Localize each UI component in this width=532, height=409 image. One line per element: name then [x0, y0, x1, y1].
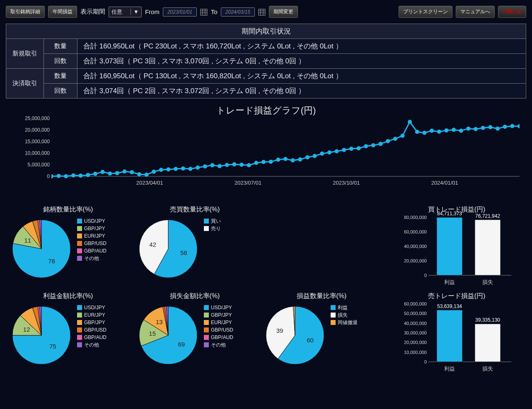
pie4-cell: 損失金額比率(%) 691513USD/JPYGBP/JPYEUR/JPYGBP… — [133, 290, 257, 374]
line-chart: 05,000,00010,000,00015,000,00020,000,000… — [10, 118, 522, 193]
svg-point-16 — [86, 173, 90, 177]
svg-point-22 — [130, 170, 134, 174]
svg-point-43 — [283, 157, 288, 161]
svg-point-42 — [276, 158, 280, 162]
svg-point-29 — [181, 166, 185, 171]
table-row: 回数 合計 3,074回（ PC 2回 , スマホ 3,072回 , システム … — [6, 84, 526, 99]
svg-point-36 — [232, 162, 236, 166]
btn-close[interactable]: × 閉じる — [498, 6, 526, 18]
pie3-title: 利益金額比率(%) — [6, 292, 130, 301]
svg-point-53 — [357, 146, 361, 150]
date-from-input[interactable]: 2023/01/01 — [163, 7, 197, 17]
svg-point-58 — [393, 137, 397, 141]
row-side: 決済取引 — [6, 69, 44, 99]
row-sub: 数量 — [44, 39, 77, 54]
svg-point-74 — [510, 124, 514, 128]
line-chart-title: トレード損益グラフ(円) — [6, 104, 526, 117]
svg-rect-0 — [201, 9, 207, 15]
svg-point-48 — [320, 152, 324, 156]
period-select-value: 任意 — [111, 8, 122, 16]
pie4-legend: USD/JPYGBP/JPYEUR/JPYGBP/USDGBP/AUDその他 — [204, 304, 233, 349]
table-row: 回数 合計 3,073回（ PC 3回 , スマホ 3,070回 , システム … — [6, 54, 526, 69]
row-sub: 回数 — [44, 84, 77, 99]
row-val: 合計 160,950Lot（ PC 230Lot , スマホ 160,720Lo… — [77, 39, 526, 54]
svg-point-61 — [415, 130, 419, 134]
calendar-icon[interactable] — [200, 8, 208, 16]
svg-text:39: 39 — [276, 327, 283, 334]
calendar-icon[interactable] — [258, 8, 266, 16]
row-val: 合計 3,074回（ PC 2回 , スマホ 3,072回 , システム 0回 … — [77, 84, 526, 99]
svg-point-14 — [71, 173, 75, 178]
svg-point-19 — [108, 171, 112, 176]
pie3-chart: 7512 — [10, 304, 73, 368]
svg-point-27 — [167, 167, 171, 171]
svg-point-13 — [64, 174, 68, 178]
svg-point-11 — [51, 174, 53, 178]
svg-point-47 — [313, 154, 317, 158]
svg-point-49 — [327, 150, 331, 154]
svg-point-26 — [159, 168, 163, 172]
pie5-cell: 損益数量比率(%) 6039利益損失同値撤退 — [259, 290, 384, 374]
btn-change-period[interactable]: 期間変更 — [269, 6, 298, 18]
table-row: 決済取引 数量 合計 160,950Lot（ PC 130Lot , スマホ 1… — [6, 69, 526, 84]
svg-point-72 — [496, 127, 500, 131]
svg-point-35 — [225, 163, 229, 167]
svg-rect-82 — [475, 220, 501, 275]
svg-point-73 — [503, 125, 507, 129]
btn-manual[interactable]: マニュアルへ — [456, 6, 495, 18]
svg-text:12: 12 — [23, 326, 30, 333]
svg-point-34 — [218, 164, 222, 168]
bar2-cell: 売トレード損益(円) 010,000,00020,000,00030,000,0… — [386, 290, 527, 374]
svg-text:78: 78 — [48, 257, 55, 265]
svg-rect-5 — [259, 9, 265, 15]
btn-trade-detail[interactable]: 取引銘柄詳細 — [6, 6, 45, 18]
svg-point-68 — [466, 127, 470, 131]
svg-point-18 — [101, 170, 105, 174]
svg-point-32 — [203, 164, 207, 168]
pie2-chart: 5842 — [137, 217, 200, 281]
pie1-chart: 7811 — [10, 217, 73, 281]
svg-point-55 — [371, 143, 375, 147]
pie3-legend: USD/JPYEUR/JPYGBP/JPYGBP/USDGBP/AUDその他 — [77, 304, 106, 349]
svg-point-40 — [261, 160, 266, 164]
svg-point-56 — [379, 142, 383, 146]
svg-point-70 — [481, 126, 485, 130]
period-select[interactable]: 任意 ▼ — [109, 7, 142, 17]
date-to-input[interactable]: 2024/03/15 — [221, 7, 255, 17]
lbl-period: 表示期間 — [80, 8, 105, 16]
bar1-cell: 買トレード損益(円) 020,000,00040,000,00060,000,0… — [386, 204, 527, 288]
summary-title: 期間内取引状況 — [6, 24, 526, 39]
btn-annual-pl[interactable]: 年間損益 — [48, 6, 77, 18]
row-val: 合計 160,950Lot（ PC 130Lot , スマホ 160,820Lo… — [77, 69, 526, 84]
svg-point-51 — [342, 148, 346, 152]
svg-point-21 — [123, 169, 127, 173]
svg-point-41 — [269, 160, 273, 164]
svg-point-20 — [115, 171, 119, 175]
svg-text:69: 69 — [178, 341, 185, 348]
svg-point-54 — [364, 144, 368, 148]
btn-print-screen[interactable]: プリントスクリーン — [399, 6, 452, 18]
summary-table: 期間内取引状況 新規取引 数量 合計 160,950Lot（ PC 230Lot… — [6, 24, 526, 99]
svg-point-66 — [452, 128, 456, 132]
svg-rect-81 — [437, 217, 462, 275]
svg-point-75 — [517, 124, 520, 128]
svg-point-69 — [474, 127, 478, 131]
pie3-cell: 利益金額比率(%) 7512USD/JPYEUR/JPYGBP/JPYGBP/U… — [6, 290, 130, 374]
svg-point-50 — [335, 149, 339, 154]
lbl-to: To — [211, 8, 218, 15]
svg-point-25 — [152, 170, 156, 174]
pie4-chart: 691513 — [137, 304, 200, 368]
svg-text:15: 15 — [149, 330, 156, 337]
row-sub: 回数 — [44, 54, 77, 69]
svg-text:11: 11 — [24, 237, 31, 244]
bar2-title: 売トレード損益(円) — [386, 292, 527, 301]
svg-point-31 — [196, 166, 200, 170]
svg-point-30 — [188, 167, 192, 171]
row-val: 合計 3,073回（ PC 3回 , スマホ 3,070回 , システム 0回 … — [77, 54, 526, 69]
svg-rect-92 — [475, 324, 501, 362]
svg-point-17 — [93, 172, 97, 176]
svg-point-44 — [291, 158, 295, 162]
pie2-legend: 買い売り — [204, 217, 221, 232]
svg-point-39 — [254, 161, 258, 165]
svg-point-62 — [422, 131, 426, 135]
